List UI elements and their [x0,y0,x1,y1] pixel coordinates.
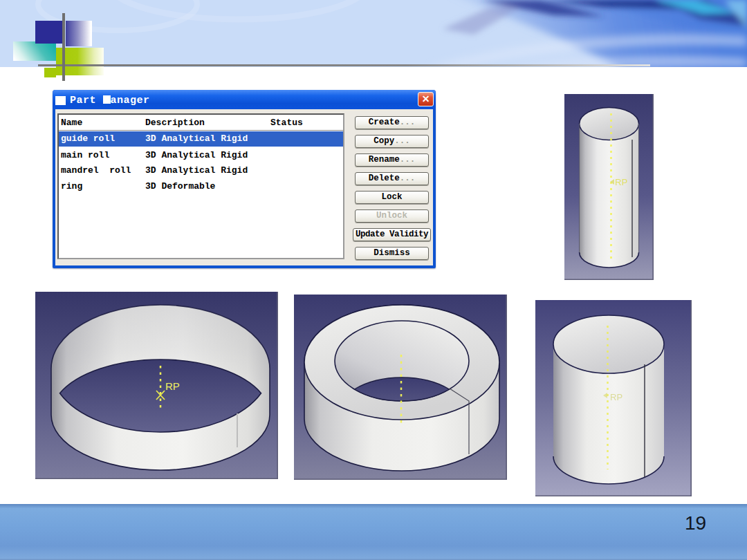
svg-text:RP: RP [165,380,180,392]
svg-text:RP: RP [610,392,622,402]
svg-text:RP: RP [615,177,627,187]
